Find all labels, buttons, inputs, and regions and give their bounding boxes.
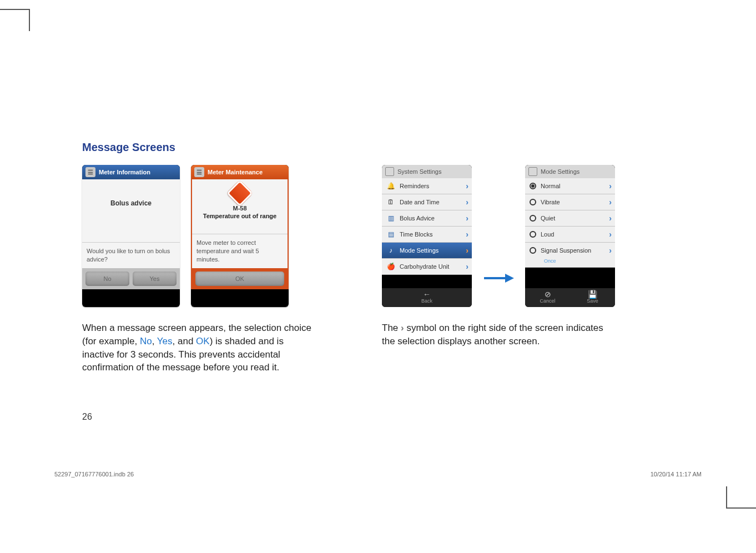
yes-button[interactable]: Yes: [133, 272, 177, 286]
row-carb-unit[interactable]: 🍎 Carbohydrate Unit ›: [382, 259, 472, 275]
footer-timestamp: 10/20/14 11:17 AM: [651, 471, 702, 477]
bell-icon: 🔔: [386, 182, 395, 190]
row-label: Quiet: [541, 215, 604, 222]
foot-label: Save: [587, 298, 598, 304]
maintenance-name: Temperature out of range: [192, 213, 288, 219]
chevron-right-icon: ›: [609, 230, 612, 239]
section-heading: Message Screens: [82, 141, 674, 154]
arrow-right-icon: [483, 273, 514, 284]
row-loud[interactable]: Loud ›: [525, 227, 615, 243]
crop-mark: [29, 9, 30, 31]
row-label: Reminders: [400, 183, 461, 189]
divider: [192, 234, 288, 234]
cancel-button[interactable]: ⊘ Cancel: [528, 290, 567, 304]
row-label: Loud: [541, 231, 604, 238]
warning-diamond-icon: [226, 180, 253, 207]
save-icon: 💾: [573, 290, 612, 298]
row-label: Mode Settings: [400, 247, 461, 254]
paragraph-left: When a message screen appears, the selec…: [82, 321, 315, 374]
screenshot-mode-settings: Mode Settings Normal › Vibrate › Qu: [525, 165, 615, 307]
flow-arrow: [483, 165, 514, 307]
row-vibrate[interactable]: Vibrate ›: [525, 194, 615, 210]
row-label: Date and Time: [400, 199, 461, 205]
divider: [82, 242, 180, 243]
row-sublabel: Once: [530, 258, 612, 264]
row-reminders[interactable]: 🔔 Reminders ›: [382, 178, 472, 194]
foot-label: Back: [421, 298, 432, 304]
save-button[interactable]: 💾 Save: [573, 290, 612, 304]
row-label: Vibrate: [541, 199, 604, 205]
screen-header: Mode Settings: [525, 165, 615, 178]
chevron-right-icon: ›: [466, 246, 468, 255]
row-signal-suspension[interactable]: Signal Suspension › Once: [525, 243, 615, 268]
back-arrow-icon: ←: [407, 290, 446, 298]
screen-header: System Settings: [382, 165, 472, 178]
chevron-right-icon: ›: [609, 198, 612, 207]
highlight-ok: OK: [196, 336, 210, 346]
apple-icon: 🍎: [386, 262, 395, 271]
dialog-header: ☰ Meter Information: [82, 165, 180, 179]
maintenance-code: M-58: [192, 205, 288, 212]
row-normal[interactable]: Normal ›: [525, 178, 615, 194]
screenshot-meter-maintenance: ☰ Meter Maintenance M-58 Temperature out…: [191, 165, 289, 307]
crop-mark: [727, 507, 756, 509]
crop-mark: [726, 486, 727, 509]
chevron-right-icon: ›: [609, 246, 612, 255]
radio-icon: [530, 247, 536, 254]
text-run: The: [382, 323, 401, 333]
row-label: Signal Suspension: [541, 247, 604, 254]
row-time-blocks[interactable]: ▤ Time Blocks ›: [382, 227, 472, 243]
radio-selected-icon: [530, 183, 536, 189]
ok-button[interactable]: OK: [195, 272, 284, 286]
foot-label: Cancel: [540, 298, 555, 304]
left-column: ☰ Meter Information Bolus advice Would y…: [82, 165, 315, 374]
row-label: Carbohydrate Unit: [400, 263, 461, 270]
screenshot-meter-information: ☰ Meter Information Bolus advice Would y…: [82, 165, 180, 307]
row-date-time[interactable]: 🗓 Date and Time ›: [382, 194, 472, 210]
text-run: ,: [152, 336, 157, 346]
right-column: System Settings 🔔 Reminders › 🗓 Date and…: [382, 165, 615, 374]
dialog-title: Meter Maintenance: [208, 169, 263, 175]
chevron-right-icon: ›: [466, 214, 468, 223]
screenshot-system-settings: System Settings 🔔 Reminders › 🗓 Date and…: [382, 165, 472, 307]
dialog-title: Meter Information: [99, 169, 150, 175]
dialog-header: ☰ Meter Maintenance: [191, 165, 289, 179]
radio-icon: [530, 199, 536, 205]
crop-mark: [0, 9, 29, 10]
text-run: symbol on the right side of the screen i…: [382, 323, 603, 346]
note-icon: ♪: [386, 246, 395, 255]
chevron-right-icon: ›: [466, 182, 468, 190]
chevron-right-icon: ›: [466, 198, 468, 207]
row-bolus-advice[interactable]: ▥ Bolus Advice ›: [382, 210, 472, 227]
calendar-clock-icon: 🗓: [386, 198, 395, 207]
no-button[interactable]: No: [85, 272, 129, 286]
mode-icon: [528, 167, 537, 176]
row-label: Bolus Advice: [400, 215, 461, 222]
info-icon: ☰: [85, 167, 95, 177]
page-number: 26: [82, 412, 92, 422]
row-label: Normal: [541, 183, 604, 189]
radio-icon: [530, 215, 536, 222]
cancel-icon: ⊘: [528, 290, 567, 298]
header-label: System Settings: [397, 168, 441, 175]
text-run: , and: [173, 336, 196, 346]
highlight-no: No: [140, 336, 152, 346]
dialog-question: Would you like to turn on bolus advice?: [82, 247, 180, 268]
back-button[interactable]: ← Back: [407, 290, 446, 304]
settings-icon: [385, 167, 394, 176]
footer-filename: 52297_07167776001.indb 26: [54, 471, 134, 477]
chevron-right-icon: ›: [609, 214, 612, 223]
blocks-icon: ▤: [386, 230, 395, 239]
maintenance-icon: ☰: [194, 167, 204, 177]
chevron-right-icon: ›: [609, 182, 612, 190]
header-label: Mode Settings: [541, 168, 579, 175]
chart-icon: ▥: [386, 214, 395, 223]
row-mode-settings[interactable]: ♪ Mode Settings ›: [382, 243, 472, 259]
paragraph-right: The › symbol on the right side of the sc…: [382, 321, 615, 348]
row-label: Time Blocks: [400, 231, 461, 238]
radio-icon: [530, 231, 536, 238]
chevron-right-icon: ›: [466, 230, 468, 239]
svg-marker-1: [505, 274, 514, 283]
row-quiet[interactable]: Quiet ›: [525, 210, 615, 227]
chevron-right-icon: ›: [466, 262, 468, 271]
